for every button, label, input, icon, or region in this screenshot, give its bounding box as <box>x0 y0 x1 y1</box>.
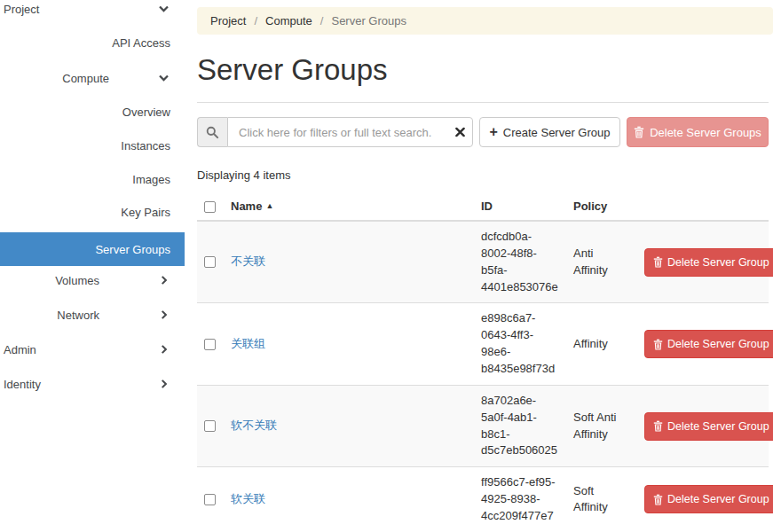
sidebar: Project API Access Compute Overview Inst… <box>0 0 185 532</box>
sidebar-item-label: Identity <box>0 378 41 391</box>
sidebar-item-api-access[interactable]: API Access <box>0 34 185 51</box>
app-window: Project API Access Compute Overview Inst… <box>0 0 773 532</box>
sidebar-item-compute[interactable]: Compute <box>0 69 185 87</box>
delete-row-button-label: Delete Server Group <box>667 420 769 433</box>
delete-row-button-label: Delete Server Group <box>667 493 769 505</box>
sidebar-item-label: Admin <box>0 343 36 356</box>
sidebar-item-label: Key Pairs <box>121 206 170 219</box>
search-icon <box>206 126 219 139</box>
table-header-row: Name▲ ID Policy <box>197 192 769 221</box>
items-count: Displaying 4 items <box>197 168 769 182</box>
toolbar: + Create Server Group Delete Server Grou… <box>197 117 769 147</box>
server-group-policy: Affinity <box>566 303 634 385</box>
server-group-id: 8a702a6e-5a0f-4ab1-b8c1-d5c7eb506025 <box>474 385 566 466</box>
row-checkbox[interactable] <box>204 256 216 268</box>
breadcrumb-separator: / <box>320 14 324 27</box>
breadcrumb-link-project[interactable]: Project <box>210 14 246 27</box>
server-group-name-link[interactable]: 软关联 <box>231 492 265 505</box>
table-row: 不关联 dcfcdb0a-8002-48f8-b5fa-4401e853076e… <box>197 221 769 303</box>
row-checkbox[interactable] <box>204 339 216 350</box>
trash-icon <box>653 494 663 505</box>
trash-icon <box>653 339 663 350</box>
breadcrumb-separator: / <box>254 14 257 27</box>
delete-server-group-button[interactable]: Delete Server Group <box>644 485 773 513</box>
sidebar-item-network[interactable]: Network <box>0 306 185 324</box>
delete-server-groups-button[interactable]: Delete Server Groups <box>627 117 769 147</box>
search-icon-addon <box>197 117 227 147</box>
trash-icon <box>634 126 644 138</box>
server-group-name-link[interactable]: 关联组 <box>231 337 265 350</box>
sidebar-item-project[interactable]: Project <box>0 0 185 18</box>
sidebar-item-label: Instances <box>121 139 170 153</box>
sidebar-item-instances[interactable]: Instances <box>0 137 185 154</box>
column-header-policy[interactable]: Policy <box>566 192 634 221</box>
sidebar-item-images[interactable]: Images <box>0 170 185 188</box>
chevron-right-icon <box>159 379 170 389</box>
server-group-name-link[interactable]: 不关联 <box>231 254 265 268</box>
delete-server-group-button[interactable]: Delete Server Group <box>644 412 773 441</box>
server-group-name-link[interactable]: 软不关联 <box>231 419 277 432</box>
sidebar-item-server-groups[interactable]: Server Groups <box>0 232 185 266</box>
page-title: Server Groups <box>197 52 769 88</box>
chevron-down-icon <box>158 4 170 15</box>
select-all-checkbox[interactable] <box>204 201 216 213</box>
table-row: 软关联 ff9566c7-ef95-4925-8938-4cc209f477e7… <box>197 467 769 532</box>
column-header-name[interactable]: Name▲ <box>224 192 474 221</box>
server-group-id: ff9566c7-ef95-4925-8938-4cc209f477e7 <box>474 467 566 532</box>
server-group-policy: Anti Affinity <box>566 221 634 303</box>
trash-icon <box>653 420 663 432</box>
sort-asc-icon: ▲ <box>265 201 273 210</box>
server-group-policy: Soft Affinity <box>566 467 634 532</box>
server-group-id: dcfcdb0a-8002-48f8-b5fa-4401e853076e <box>474 221 566 303</box>
row-checkbox[interactable] <box>204 494 216 505</box>
create-button-label: Create Server Group <box>503 126 611 139</box>
server-groups-table: Name▲ ID Policy 不关联 dcfcdb0a-8002-48f8-b… <box>197 192 769 532</box>
sidebar-item-label: API Access <box>112 36 170 50</box>
sidebar-item-label: Images <box>132 173 170 186</box>
delete-row-button-label: Delete Server Group <box>667 256 769 269</box>
server-group-id: e898c6a7-0643-4ff3-98e6-b8435e98f73d <box>474 303 566 385</box>
delete-row-button-label: Delete Server Group <box>667 338 769 350</box>
sidebar-item-overview[interactable]: Overview <box>0 103 185 121</box>
chevron-down-icon <box>158 73 170 84</box>
sidebar-item-admin[interactable]: Admin <box>0 340 185 358</box>
sidebar-item-label: Overview <box>122 106 170 119</box>
sidebar-item-label: Volumes <box>55 274 99 287</box>
chevron-right-icon <box>159 275 170 286</box>
plus-icon: + <box>489 125 497 139</box>
title-divider <box>197 102 769 103</box>
sidebar-item-label: Network <box>57 309 99 322</box>
table-row: 关联组 e898c6a7-0643-4ff3-98e6-b8435e98f73d… <box>197 303 769 385</box>
sidebar-item-label: Project <box>0 3 39 16</box>
breadcrumb-link-compute[interactable]: Compute <box>265 14 312 27</box>
clear-search-button[interactable] <box>455 128 465 137</box>
sidebar-item-key-pairs[interactable]: Key Pairs <box>0 203 185 221</box>
breadcrumb-current: Server Groups <box>331 14 406 27</box>
sidebar-item-identity[interactable]: Identity <box>0 375 185 393</box>
table-row: 软不关联 8a702a6e-5a0f-4ab1-b8c1-d5c7eb50602… <box>197 385 769 466</box>
server-group-policy: Soft Anti Affinity <box>566 385 634 466</box>
sidebar-item-volumes[interactable]: Volumes <box>0 271 185 289</box>
column-header-id[interactable]: ID <box>474 192 566 221</box>
create-server-group-button[interactable]: + Create Server Group <box>479 117 620 147</box>
clear-icon <box>455 128 465 137</box>
main-content: Project / Compute / Server Groups Server… <box>185 0 773 532</box>
column-header-actions <box>634 192 769 221</box>
search-input[interactable] <box>227 117 473 147</box>
sidebar-item-label: Compute <box>62 72 109 85</box>
delete-server-group-button[interactable]: Delete Server Group <box>644 330 773 358</box>
trash-icon <box>653 256 663 268</box>
chevron-right-icon <box>159 309 170 320</box>
breadcrumb: Project / Compute / Server Groups <box>197 7 773 35</box>
row-checkbox[interactable] <box>204 420 216 432</box>
delete-groups-button-label: Delete Server Groups <box>650 126 761 139</box>
sidebar-item-label: Server Groups <box>95 243 170 256</box>
chevron-right-icon <box>159 344 170 355</box>
delete-server-group-button[interactable]: Delete Server Group <box>644 248 773 277</box>
search-bar <box>197 117 473 147</box>
